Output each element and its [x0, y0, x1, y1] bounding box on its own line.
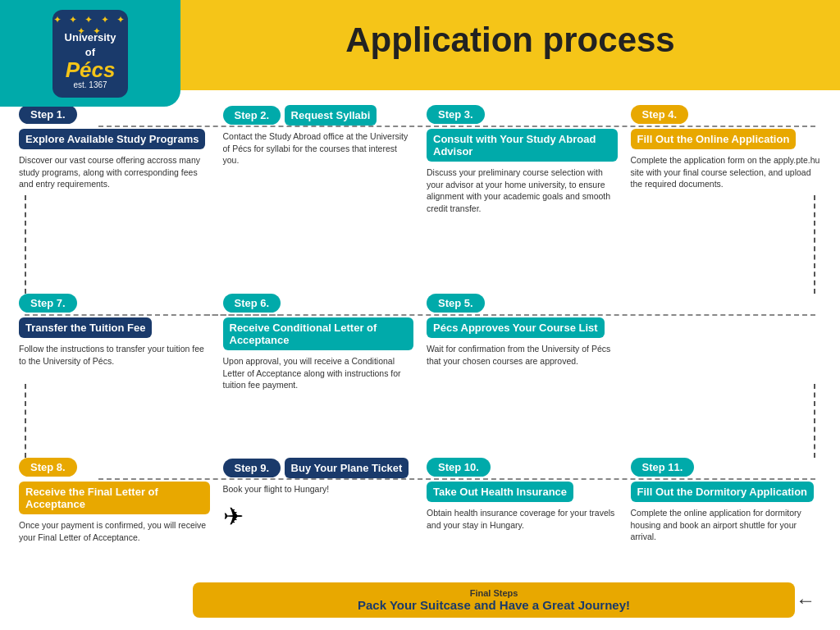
step-5-badge: Step 5. — [427, 294, 485, 313]
step-8-badge: Step 8. — [19, 458, 77, 477]
final-arrow-icon: ← — [796, 589, 815, 612]
step-9-desc: Book your flight to Hungary! — [223, 483, 414, 495]
final-steps-banner: Final Steps Pack Your Suitcase and Have … — [193, 582, 795, 618]
step-11-col: Step 11. Fill Out the Dormitory Applicat… — [624, 458, 829, 543]
step-6-title: Receive Conditional Letter of Acceptance — [223, 317, 414, 350]
step-3-title: Consult with Your Study Abroad Advisor — [427, 129, 618, 162]
step-9-col: Step 9. Buy Your Plane Ticket Book your … — [217, 458, 421, 543]
step-3-desc: Discuss your preliminary course selectio… — [427, 167, 618, 215]
step-6-badge: Step 6. — [223, 294, 281, 313]
step-4-col: Step 4. Fill Out the Online Application … — [624, 105, 829, 215]
step-9-badge: Step 9. — [223, 459, 281, 477]
final-steps-label: Final Steps — [205, 588, 783, 598]
step-8-desc: Once your payment is confirmed, you will… — [19, 519, 210, 543]
step-5-desc: Wait for confirmation from the Universit… — [427, 343, 618, 367]
airplane-icon: ✈ — [223, 502, 414, 531]
row3: Step 8. Receive the Final Letter of Acce… — [12, 458, 828, 543]
step-6-col: Step 6. Receive Conditional Letter of Ac… — [217, 294, 421, 391]
row2: Step 7. Transfer the Tuition Fee Follow … — [12, 294, 828, 391]
step-9-title: Buy Your Plane Ticket — [285, 458, 409, 478]
logo-pecs-text: Pécs — [65, 59, 116, 80]
page: ✦ ✦ ✦ ✦ ✦ ✦ ✦ Universityof Pécs est. 136… — [0, 0, 840, 630]
row2-spacer — [624, 294, 829, 391]
logo-area: ✦ ✦ ✦ ✦ ✦ ✦ ✦ Universityof Pécs est. 136… — [0, 0, 180, 107]
logo-decorative-dots: ✦ ✦ ✦ ✦ ✦ ✦ ✦ — [52, 14, 129, 37]
step-4-badge: Step 4. — [631, 105, 689, 124]
step-10-title: Take Out Health Insurance — [427, 482, 573, 502]
step-1-desc: Discover our vast course offering accros… — [19, 154, 210, 190]
step-2-desc: Contact the Study Abroad office at the U… — [223, 130, 414, 167]
step-6-desc: Upon approval, you will receive a Condit… — [223, 355, 414, 391]
step-11-desc: Complete the online application for dorm… — [631, 507, 822, 543]
step-2-col: Step 2. Request Syllabi Contact the Stud… — [217, 105, 421, 215]
step-4-desc: Complete the application form on the app… — [631, 154, 822, 190]
row1: Step 1. Explore Available Study Programs… — [12, 105, 828, 215]
step-8-title: Receive the Final Letter of Acceptance — [19, 482, 210, 514]
step-8-col: Step 8. Receive the Final Letter of Acce… — [12, 458, 217, 543]
step-11-title: Fill Out the Dormitory Application — [631, 482, 815, 502]
step-10-col: Step 10. Take Out Health Insurance Obtai… — [420, 458, 624, 543]
step-7-col: Step 7. Transfer the Tuition Fee Follow … — [12, 294, 217, 391]
step-7-title: Transfer the Tuition Fee — [19, 317, 152, 338]
step-4-title: Fill Out the Online Application — [631, 129, 797, 149]
step-2-badge: Step 2. — [223, 106, 281, 125]
connector-row3-left — [25, 384, 26, 458]
step-11-badge: Step 11. — [631, 458, 695, 477]
final-steps-text: Pack Your Suitcase and Have a Great Jour… — [205, 598, 783, 612]
step-10-badge: Step 10. — [427, 458, 491, 477]
step-5-col: Step 5. Pécs Approves Your Course List W… — [420, 294, 624, 391]
step-2-title: Request Syllabi — [285, 105, 377, 126]
step-3-badge: Step 3. — [427, 105, 485, 124]
connector-row2-right — [814, 384, 815, 458]
step-1-title: Explore Available Study Programs — [19, 129, 205, 149]
step-1-badge: Step 1. — [19, 105, 77, 124]
step-10-desc: Obtain health insurance coverage for you… — [427, 507, 618, 531]
step-1-col: Step 1. Explore Available Study Programs… — [12, 105, 217, 215]
step-7-desc: Follow the instructions to transfer your… — [19, 343, 210, 367]
logo-box: ✦ ✦ ✦ ✦ ✦ ✦ ✦ Universityof Pécs est. 136… — [52, 10, 129, 98]
step-5-title: Pécs Approves Your Course List — [427, 317, 605, 338]
step-7-badge: Step 7. — [19, 294, 77, 313]
page-title: Application process — [197, 21, 824, 60]
step-3-col: Step 3. Consult with Your Study Abroad A… — [420, 105, 624, 215]
